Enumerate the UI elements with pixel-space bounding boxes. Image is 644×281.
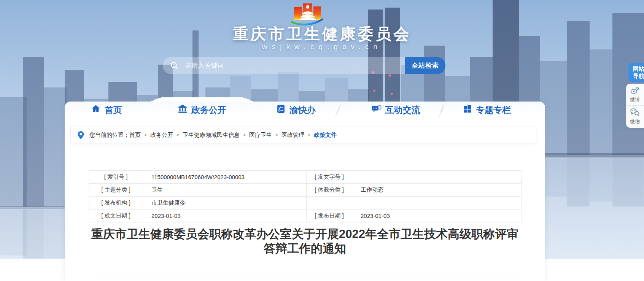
- tab-label: 政务公开: [191, 104, 226, 116]
- tab-label: 互动交流: [385, 104, 420, 116]
- meta-row: [ 发布机构 ] 市卫生健康委: [89, 197, 522, 210]
- site-search: 全站检索: [163, 57, 445, 74]
- tab-gov-info[interactable]: 政务公开: [160, 102, 244, 118]
- meta-label-cell: [ 索引号 ]: [89, 171, 143, 184]
- content-card: 首页 政务公开: [65, 102, 545, 281]
- gov-building-icon: [178, 104, 188, 116]
- meta-label-cell: [ 发布日期 ]: [307, 210, 352, 222]
- breadcrumb-separator: >: [308, 132, 310, 138]
- breadcrumb-item-home[interactable]: 首页: [129, 132, 141, 139]
- meta-row: [ 索引号 ] 11500000MB1670604W/2023-00003 [ …: [89, 171, 522, 184]
- wechat-icon: [630, 108, 640, 117]
- search-submit-button[interactable]: 全站检索: [405, 57, 445, 74]
- tab-label: 渝快办: [289, 104, 316, 116]
- meta-value-cell: [352, 197, 522, 210]
- meta-label-cell: [307, 197, 352, 210]
- meta-value-cell: 2023-01-03: [352, 210, 522, 222]
- meta-label-cell: [ 体裁分类 ]: [307, 184, 352, 197]
- weibo-button[interactable]: 微博: [626, 84, 644, 106]
- tab-interaction[interactable]: 互动交流: [356, 102, 436, 118]
- meta-value-cell: 2023-01-03: [143, 210, 307, 222]
- meta-value-cell: 工作动态: [352, 184, 522, 197]
- meta-row: [ 成文日期 ] 2023-01-03 [ 发布日期 ] 2023-01-03: [89, 210, 522, 222]
- breadcrumb-item-gov-info[interactable]: 政务公开: [150, 132, 173, 139]
- breadcrumb-item-medical-health[interactable]: 医疗卫生: [249, 132, 272, 139]
- wechat-button[interactable]: 微信: [626, 106, 644, 127]
- led-heart-icon: ♥: [373, 88, 375, 94]
- document-meta-table: [ 索引号 ] 11500000MB1670604W/2023-00003 [ …: [89, 170, 522, 222]
- meta-value-cell: [352, 171, 522, 184]
- meta-label-cell: [ 发文字号 ]: [307, 171, 352, 184]
- tab-label: 专题专栏: [476, 104, 511, 116]
- breadcrumb-separator: >: [177, 132, 179, 138]
- location-pin-icon: [77, 130, 85, 140]
- led-heart-icon: ♥: [390, 91, 393, 97]
- site-nav-label: 网站导航: [633, 65, 644, 79]
- main-nav-bar: 首页 政务公开: [65, 102, 545, 118]
- breadcrumb-item-medical-admin[interactable]: 医政管理: [281, 132, 304, 139]
- breadcrumb: 您当前的位置： 首页 > 政务公开 > 卫生健康领域民生信息 > 医疗卫生 > …: [70, 127, 536, 143]
- site-title: 重庆市卫生健康委员会: [0, 24, 644, 44]
- meta-value-cell: 11500000MB1670604W/2023-00003: [143, 171, 307, 184]
- grid-icon: [463, 104, 472, 116]
- tab-divider: [335, 103, 342, 117]
- meta-value-cell: 市卫生健康委: [143, 197, 307, 210]
- meta-row: [ 主题分类 ] 卫生 [ 体裁分类 ] 工作动态: [89, 184, 522, 197]
- meta-label-cell: [ 主题分类 ]: [89, 184, 143, 197]
- search-input[interactable]: [163, 57, 405, 74]
- tab-yukuaiban[interactable]: 渝快办: [262, 102, 330, 118]
- home-icon: [91, 104, 101, 116]
- breadcrumb-separator: >: [243, 132, 246, 138]
- breadcrumb-item-livelihood-info[interactable]: 卫生健康领域民生信息: [183, 132, 240, 139]
- site-domain: wsjkw.cq.gov.cn: [0, 43, 644, 51]
- meta-label-cell: [ 成文日期 ]: [89, 210, 143, 222]
- wechat-label: 微信: [630, 118, 640, 125]
- breadcrumb-separator: >: [275, 132, 278, 138]
- social-floating-panel: 微博 微信: [626, 84, 644, 128]
- tab-home[interactable]: 首页: [76, 102, 137, 118]
- meta-label-cell: [ 发布机构 ]: [89, 197, 143, 210]
- article-divider: [89, 278, 521, 278]
- tab-label: 首页: [105, 104, 122, 116]
- tab-special-topics[interactable]: 专题专栏: [447, 102, 527, 118]
- tab-divider: [438, 103, 446, 117]
- weibo-icon: [630, 86, 640, 95]
- weibo-label: 微博: [630, 96, 640, 103]
- checklist-icon: [276, 104, 286, 116]
- page: ♥ ♥ ♥ ♥ 重庆市卫生: [0, 0, 644, 281]
- breadcrumb-prefix: 您当前的位置：: [89, 132, 129, 139]
- breadcrumb-item-policy-files[interactable]: 政策文件: [314, 132, 337, 139]
- article-title: 重庆市卫生健康委员会职称改革办公室关于开展2022年全市卫生技术高级职称评审答辩…: [87, 227, 523, 256]
- site-nav-floating-button[interactable]: 网站导航: [628, 63, 644, 82]
- meta-value-cell: 卫生: [143, 184, 307, 197]
- chat-icon: [371, 104, 382, 116]
- breadcrumb-separator: >: [144, 132, 147, 138]
